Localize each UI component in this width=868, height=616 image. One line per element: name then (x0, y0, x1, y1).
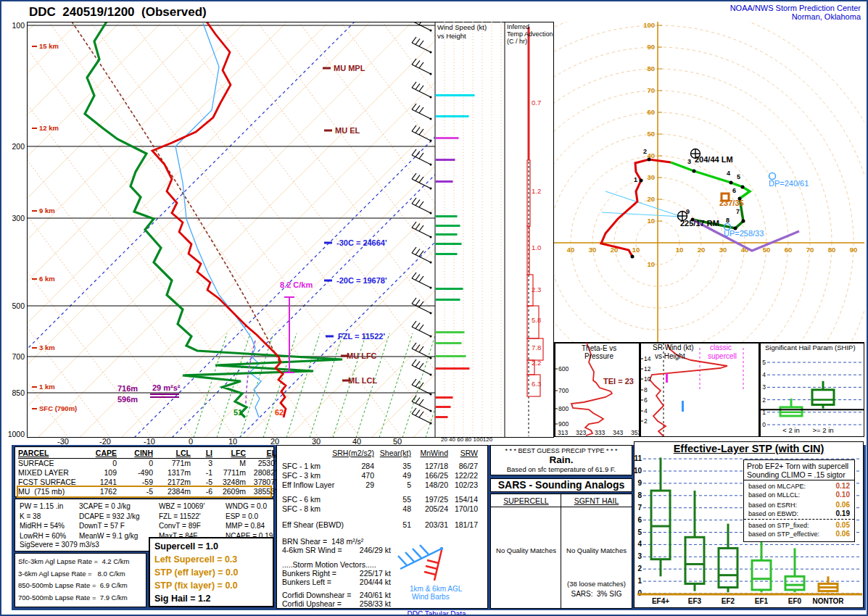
svg-text:2: 2 (762, 396, 766, 404)
stp-eff-index: STP (eff layer) = 0.0 (154, 566, 268, 579)
svg-text:EF2: EF2 (722, 597, 735, 605)
svg-text:700: 700 (558, 387, 569, 394)
sr-upper-marker (666, 373, 668, 383)
pressure-label-500: 500 (6, 301, 25, 310)
srw-header: SRW (427, 449, 478, 457)
svg-text:9: 9 (686, 208, 690, 215)
svg-text:10: 10 (644, 375, 651, 383)
sr-lower-marker (682, 401, 684, 412)
brn-shear: BRN Shear = 148 m²/s² (282, 537, 384, 546)
sars-hail-msg: No Quality Matches (561, 546, 632, 554)
svg-text:100: 100 (643, 22, 655, 29)
svg-text:20: 20 (698, 246, 706, 254)
temp-axis-label: 0 (176, 437, 205, 446)
srh-table: SRH(m2/s2) Shear(kt) MnWind SRW SFC - 1 … (276, 445, 488, 609)
tabular-data-link[interactable]: DDC Tabular Data (408, 610, 466, 616)
stat-dcape: DCAPE = 932 J/kg (79, 512, 140, 522)
hodograph-plot: 1020304050607080901001010203040102030405… (554, 22, 864, 342)
svg-text:8: 8 (726, 217, 729, 224)
svg-text:333: 333 (595, 429, 605, 436)
height-label-sfc: SFC (790m) (32, 405, 77, 412)
svg-text:4: 4 (762, 371, 766, 378)
svg-text:600: 600 (558, 365, 569, 372)
pressure-label-200: 200 (6, 142, 25, 151)
spc-sounding-page: DDC 240519/1200 (Observed) NOAA/NWS Stor… (0, 0, 868, 616)
svg-text:11: 11 (635, 454, 642, 462)
lapse-sfc-3km: Sfc-3km Agl Lapse Rate = 4.2 C/km (18, 556, 143, 568)
height-label-3km: 3 km (32, 344, 55, 351)
svg-text:40: 40 (567, 246, 575, 254)
svg-text:2: 2 (644, 417, 648, 425)
svg-text:0: 0 (762, 421, 766, 428)
theta-e-title1: Theta-E vs (582, 344, 616, 352)
sars-hail-header: SGFNT HAIL (561, 496, 632, 505)
svg-text:70: 70 (647, 86, 655, 94)
height-tick-icon (32, 46, 37, 47)
cin-value-label: 29 m²s² (152, 383, 181, 392)
svg-text:8: 8 (637, 491, 642, 499)
parcel-col-header: PARCEL (18, 449, 85, 458)
advection-value: 1.0 (532, 244, 549, 251)
svg-text:12: 12 (644, 365, 651, 372)
svg-text:90: 90 (647, 43, 655, 51)
prob-ebwd-value: 0.19 (836, 509, 850, 517)
classic-supercell-label2: supercell (708, 352, 737, 360)
svg-text:2: 2 (637, 565, 642, 573)
wetbulb-curve (175, 23, 261, 417)
sars-supercell-msg: No Quality Matches (491, 546, 561, 554)
precip-type: Rain. (491, 454, 632, 465)
svg-text:EF3: EF3 (688, 597, 702, 605)
stat-meanw: MeanW = 9.1 g/kg (79, 531, 140, 541)
advection-value: 7.8 (532, 344, 549, 351)
stp-chart-box: Effective-Layer STP (with CIN) 111098765… (634, 441, 864, 608)
lapse-700-500: 700-500mb Lapse Rate = 7.9 C/km (18, 592, 143, 604)
svg-text:90: 90 (850, 246, 858, 254)
minus20c-label: -20C = 19678' (336, 276, 387, 285)
tei-label: TEI = 23 (603, 377, 634, 386)
height-label-15km: 15 km (32, 43, 59, 50)
precip-header: * * * BEST GUESS PRECIP TYPE * * * (491, 447, 632, 454)
svg-text:6: 6 (637, 516, 642, 524)
height-tick-icon (32, 278, 37, 280)
parcel-row-fcst-surface: FCST SURFACE1241-592172m-53248m37807' (18, 478, 270, 487)
mu-lfc-label: MU LFC (347, 351, 377, 360)
temp-axis-label: -20 (91, 437, 120, 446)
left-supercell-index: Left Supercell = 0.3 (154, 553, 268, 566)
stat-wndg: WNDG = 0.0 (226, 501, 273, 512)
svg-text:9: 9 (637, 479, 642, 487)
svg-text:6: 6 (644, 396, 648, 404)
advection-value: 0.7 (532, 99, 549, 107)
pressure-label-1000: 1000 (4, 430, 25, 438)
indices-box: Supercell = 1.0 Left Supercell = 0.3 STP… (149, 537, 274, 607)
svg-text:800: 800 (558, 405, 569, 412)
advection-value: 5.8 (532, 316, 549, 324)
height-tick-icon (32, 128, 37, 129)
prob-line2: Sounding CLIMO = .15 sigtor (747, 470, 846, 479)
stp-fix-index: STP (fix layer) = 0.0 (154, 579, 268, 592)
mu-mpl-label: MU MPL (334, 64, 365, 72)
hodo-trace-low (601, 159, 671, 257)
prob-line1: Prob EF2+ Torn with supercell (747, 462, 848, 470)
svg-text:30: 30 (589, 246, 597, 254)
sars-supercell-header: SUPERCELL (491, 496, 561, 505)
lcl-height-label: 716m (117, 384, 138, 393)
svg-text:4: 4 (637, 540, 642, 548)
prob-stpeff-label: based on STP_effective: (748, 530, 819, 538)
advection-title3: (C / hr) (507, 38, 527, 45)
sfc-dewpoint-label: 51 (233, 408, 242, 417)
bunkers-left-label: 204/44 LM (695, 155, 733, 164)
stat-3cape: 3CAPE = 0 J/kg (79, 501, 140, 512)
temp-axis-label: 40 (342, 437, 371, 446)
temp-axis-label: 20 (260, 437, 289, 446)
svg-text:20: 20 (647, 195, 655, 203)
advection-value: 6.3 (532, 380, 549, 388)
prob-mlcape-label: based on MLCAPE: (748, 483, 806, 490)
height-tick-icon (32, 347, 37, 349)
height-label-9km: 9 km (32, 207, 55, 215)
temp-axis-label: -30 (49, 437, 78, 446)
svg-text:60: 60 (647, 108, 655, 116)
bunkers-right-label: 225/17 RM (680, 219, 719, 228)
svg-text:EF0: EF0 (788, 597, 802, 605)
prob-mlcape-value: 0.12 (836, 482, 850, 490)
svg-text:10: 10 (676, 246, 684, 254)
